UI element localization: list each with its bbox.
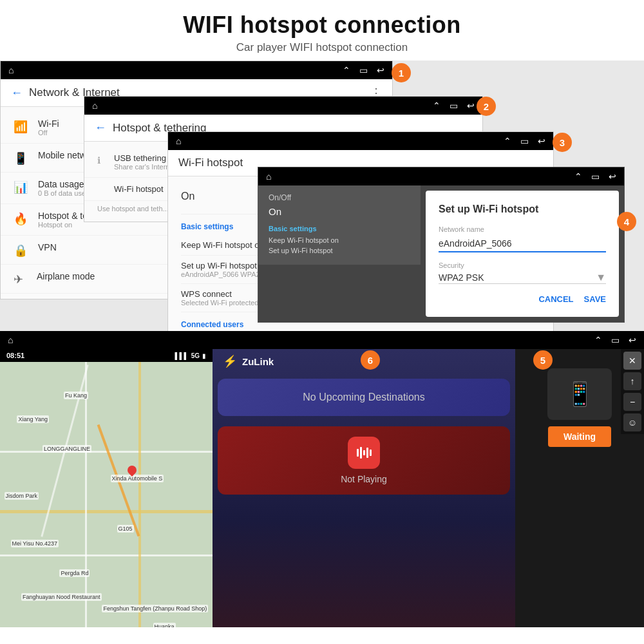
zulink-logo-text: ZuLink [242,356,274,367]
home-icon[interactable]: ⌂ [176,136,181,146]
home-icon[interactable]: ⌂ [92,100,97,111]
map-label: Mei Yisu No.4237 [11,540,59,547]
topbar-icons: ⌃ ▭ ↩ [504,136,545,146]
zulink-logo-icon: ⚡ [223,354,237,368]
window-icon[interactable]: ▭ [520,136,529,146]
screen3-topbar: ⌂ ⌃ ▭ ↩ [168,132,553,150]
step-badge-4: 4 [617,212,636,231]
map-label: Xiang Yang [17,415,49,423]
back-icon[interactable]: ↩ [538,136,545,146]
screen5-zulink: ⌂ ⌃ ▭ ↩ 08:51 ▌▌▌ 5G ▮ [0,331,644,627]
battery-icon: ▮ [202,352,206,359]
mobile-icon: 📱 [14,151,28,166]
map-label: Pergda Rd [59,569,90,577]
info-icon: ℹ [97,155,108,166]
network-type-label: 5G [191,352,200,359]
signal-bars-icon: ▌▌▌ [175,352,188,359]
map-label: Fengshun Tangfen (Zhanpu Road Shop) [102,605,208,612]
svg-rect-7 [366,448,368,458]
topbar-icons: ⌃ ▭ ↩ [574,171,616,182]
airplane-icon: ✈ [14,272,26,287]
carplay-section: 08:51 ▌▌▌ 5G ▮ [0,349,213,627]
step-badge-2: 2 [477,97,496,116]
network-name-field: Network name [439,225,606,252]
time-display: 08:51 [6,352,24,359]
screen5-body: 08:51 ▌▌▌ 5G ▮ [0,349,644,627]
svg-rect-4 [357,449,359,457]
vpn-icon: 🔒 [14,243,28,258]
cancel-button[interactable]: CANCEL [538,294,573,304]
home-icon[interactable]: ⌂ [266,171,271,182]
svg-rect-5 [360,447,362,459]
chevron-up-icon[interactable]: ⌃ [504,136,511,146]
window-icon[interactable]: ▭ [450,100,458,111]
map-label: Fanghuayan Nood Restaurant [21,593,102,601]
save-button[interactable]: SAVE [584,294,606,304]
chevron-up-icon[interactable]: ⌃ [594,335,602,345]
dropdown-icon[interactable]: ▼ [596,272,606,283]
page-title: WIFI hotspot connection [13,12,631,39]
smiley-button[interactable]: ☺ [623,413,641,431]
arrow-up-button[interactable]: ↑ [623,372,641,390]
right-section: ✕ ↑ − ☺ 📱 Waiting ? Help i About [515,349,644,627]
screen4-content: On/Off On Basic settings Keep Wi-Fi hots… [258,185,624,322]
window-icon[interactable]: ▭ [611,335,620,345]
step-badge-3: 3 [553,133,572,152]
svg-rect-6 [363,450,365,455]
chevron-up-icon[interactable]: ⌃ [574,171,582,182]
topbar-icons: ⌃ ▭ ↩ [594,335,636,345]
minus-button[interactable]: − [623,393,641,411]
home-icon[interactable]: ⌂ [8,335,13,345]
chevron-up-icon[interactable]: ⌃ [433,100,440,111]
setup-hotspot-dialog: Set up Wi-Fi hotspot Network name Securi… [426,191,619,317]
map-label: Xinda Automobile S [111,475,164,482]
carplay-map: LONGGANGLINE Mei Yisu No.4237 Xinda Auto… [0,362,213,627]
page-subtitle: Car player WIFI hotspot connection [13,41,631,54]
center-section: ⚡ ZuLink No Upcoming Destinations [213,349,515,627]
waiting-button[interactable]: Waiting [548,426,611,447]
close-button[interactable]: ✕ [623,352,641,370]
home-icon[interactable]: ⌂ [8,65,14,75]
destinations-text: No Upcoming Destinations [231,392,497,403]
back-icon[interactable]: ↩ [629,335,636,345]
step-badge-5: 5 [533,350,553,370]
security-value: WPA2 PSK [439,272,596,283]
screen5-topbar: ⌂ ⌃ ▭ ↩ [0,331,644,349]
screen4-left-panel: On/Off On Basic settings Keep Wi-Fi hots… [258,185,421,265]
not-playing-text: Not Playing [341,474,387,484]
map-label: Jisdom Park [5,492,39,500]
side-buttons: ✕ ↑ − ☺ [621,349,644,434]
back-icon[interactable]: ↩ [467,100,475,111]
map-label: LONGGANGLINE [43,445,91,453]
carplay-status-bar: 08:51 ▌▌▌ 5G ▮ [0,349,213,362]
back-icon[interactable]: ↩ [377,65,384,75]
step-badge-1: 1 [392,63,411,82]
wifi-icon: 📶 [14,120,28,134]
page-header: WIFI hotspot connection Car player WIFI … [0,0,644,61]
window-icon[interactable]: ▭ [359,65,368,75]
destinations-card: No Upcoming Destinations [218,379,510,416]
device-icon-area: 📱 [547,368,612,420]
svg-rect-8 [370,450,372,456]
back-icon[interactable]: ↩ [609,171,616,182]
network-name-input[interactable] [439,236,606,252]
screen4-setup-dialog: ⌂ ⌃ ▭ ↩ On/Off On Basic settings Keep Wi… [258,167,625,323]
topbar-icons: ⌃ ▭ ↩ [433,100,475,111]
back-button[interactable]: ← [11,86,23,100]
dialog-actions: CANCEL SAVE [439,294,606,304]
hotspot-icon: 🔥 [14,212,28,226]
phone-icon: 📱 [565,381,594,408]
topbar-icons: ⌃ ▭ ↩ [343,65,384,75]
back-button[interactable]: ← [95,121,106,135]
chevron-up-icon[interactable]: ⌃ [343,65,350,75]
screens-container: 1 ⌂ ⌃ ▭ ↩ ← Network & Internet ⋮ 📶 Wi-Fi [0,61,644,627]
dialog-title: Set up Wi-Fi hotspot [439,204,606,215]
window-icon[interactable]: ▭ [591,171,600,182]
screen2-topbar: ⌂ ⌃ ▭ ↩ [84,97,482,115]
step-badge-6: 6 [361,350,380,370]
data-icon: 📊 [14,180,28,194]
not-playing-card: Not Playing [218,426,510,495]
screen4-topbar: ⌂ ⌃ ▭ ↩ [258,167,624,185]
map-label: Huanka [153,623,176,627]
not-playing-icon [348,437,380,469]
